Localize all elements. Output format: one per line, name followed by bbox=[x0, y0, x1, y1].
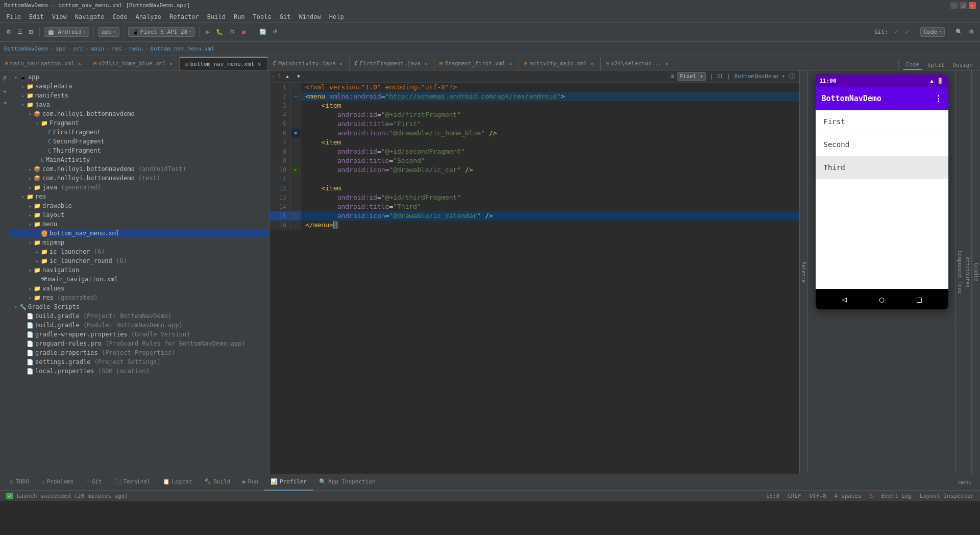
gradle-sidebar[interactable]: Gradle bbox=[972, 70, 980, 474]
tree-node-java[interactable]: ▾ 📁 java bbox=[10, 100, 269, 109]
tree-node-mainactivity[interactable]: C MainActivity bbox=[10, 155, 269, 164]
indent-indicator[interactable]: 4 spaces bbox=[832, 493, 864, 499]
close-btn[interactable]: ✕ bbox=[969, 2, 976, 9]
tree-node-sampledata[interactable]: ▸ 📁 sampledata bbox=[10, 82, 269, 91]
profile-btn[interactable]: ⏱ bbox=[227, 28, 237, 36]
bottom-tab-build[interactable]: 🔨 Build bbox=[198, 474, 236, 491]
info-btn[interactable]: ⓘ bbox=[787, 71, 797, 82]
tree-node-firstfragment[interactable]: C FirstFragment bbox=[10, 128, 269, 137]
menu-navigate[interactable]: Navigate bbox=[71, 12, 109, 21]
tree-node-res[interactable]: ▾ 📁 res bbox=[10, 192, 269, 201]
menu-refactor[interactable]: Refactor bbox=[165, 12, 203, 21]
tree-node-mipmap[interactable]: ▾ 📁 mipmap bbox=[10, 238, 269, 247]
build-variants-icon[interactable]: B bbox=[1, 99, 9, 107]
menu-help[interactable]: Help bbox=[325, 12, 348, 21]
menu-file[interactable]: File bbox=[2, 12, 25, 21]
preview-type-dropdown[interactable]: Pixel ▾ bbox=[677, 72, 705, 81]
app-module-dropdown[interactable]: app ▾ bbox=[98, 27, 119, 37]
phone-menu-second[interactable]: Second bbox=[816, 133, 948, 156]
tree-node-java-generated[interactable]: ▸ 📁 java (generated) bbox=[10, 183, 269, 192]
tree-node-app[interactable]: ▾ 📱 app bbox=[10, 72, 269, 82]
tab-main-navigation[interactable]: ⊞ main_navigation.xml ✕ bbox=[0, 57, 88, 70]
path-item-4[interactable]: main bbox=[91, 45, 105, 52]
git-checkmark2[interactable]: ✓ bbox=[903, 28, 912, 36]
event-log-btn[interactable]: Event Log bbox=[879, 493, 914, 499]
bottom-tab-logcat[interactable]: 📋 Logcat bbox=[157, 474, 199, 491]
menu-analyze[interactable]: Analyze bbox=[131, 12, 165, 21]
tree-node-build-gradle-module[interactable]: 📄 build.gradle (Module: BottomNavDemo.ap… bbox=[10, 321, 269, 330]
phone-menu-first[interactable]: First bbox=[816, 110, 948, 133]
bottom-tab-profiler[interactable]: 📊 Profiler bbox=[264, 474, 313, 491]
tree-node-package-androidtest[interactable]: ▸ 📦 com.holloyi.bottomnavdemo (androidTe… bbox=[10, 164, 269, 174]
code-view-btn[interactable]: Code bbox=[903, 60, 923, 70]
path-item-5[interactable]: res bbox=[112, 45, 122, 52]
tree-node-package-test[interactable]: ▸ 📦 com.holloyi.bottomnavdemo (test) bbox=[10, 174, 269, 183]
tab-main-activity[interactable]: C MainActivity.java ✕ bbox=[268, 57, 350, 70]
split-view-btn[interactable]: Split bbox=[924, 61, 947, 69]
tree-node-build-gradle-project[interactable]: 📄 build.gradle (Project: BottomNavDemo) bbox=[10, 311, 269, 321]
line-sep-indicator[interactable]: CRLF bbox=[786, 493, 803, 499]
tree-node-main-navigation[interactable]: 🗺 main_navigation.xml bbox=[10, 275, 269, 284]
tree-node-res-generated[interactable]: ▸ 📁 res (generated) bbox=[10, 293, 269, 302]
tab-activity-main[interactable]: ⊞ activity_main.xml ✕ bbox=[519, 57, 601, 70]
tree-node-ic-launcher-round[interactable]: ▸ 📁 ic_launcher_round (6) bbox=[10, 256, 269, 265]
path-item-1[interactable]: BottomNavDemo bbox=[4, 45, 48, 52]
project-sync-btn[interactable]: ⚙ bbox=[4, 28, 13, 36]
phone-back-btn[interactable]: ◁ bbox=[842, 295, 847, 304]
tab-fragment-first[interactable]: ⊞ fragment_first.xml ✕ bbox=[434, 57, 519, 70]
bottom-tab-problems[interactable]: ⚠ Problems bbox=[35, 474, 80, 491]
code-editor[interactable]: ⚠ 3 ▲ ▼ 🖥 Pixel ▾ | 31 | BottomNavDemo ▾… bbox=[270, 70, 799, 474]
error-indicator[interactable]: ⚠ 3 bbox=[272, 74, 281, 79]
sync-btn[interactable]: 🔄 bbox=[257, 28, 268, 36]
attributes-sidebar[interactable]: Attributes bbox=[964, 70, 972, 474]
line-col-indicator[interactable]: 16:8 bbox=[764, 493, 782, 499]
tree-node-package-main[interactable]: ▾ 📦 com.holloyi.bottomnavdemo bbox=[10, 109, 269, 118]
navigate-down-btn[interactable]: ▼ bbox=[294, 72, 303, 80]
align-btn[interactable]: ⊞ bbox=[27, 28, 35, 36]
git-checkmark1[interactable]: ✓ bbox=[892, 28, 901, 36]
tree-node-bottom-nav-menu[interactable]: 🍔 bottom_nav_menu.xml bbox=[10, 229, 269, 238]
menu-window[interactable]: Window bbox=[295, 12, 325, 21]
tree-node-settings-gradle[interactable]: 📄 settings.gradle (Project Settings) bbox=[10, 357, 269, 367]
debug-btn[interactable]: 🐛 bbox=[214, 28, 225, 36]
layout-inspector-btn[interactable]: Layout Inspector bbox=[918, 493, 976, 499]
menu-tools[interactable]: Tools bbox=[249, 12, 276, 21]
component-tree-sidebar[interactable]: Component Tree bbox=[955, 70, 964, 474]
design-view-btn[interactable]: Design bbox=[949, 61, 976, 69]
palette-sidebar[interactable]: Palette bbox=[799, 70, 807, 474]
tree-node-navigation[interactable]: ▾ 📁 navigation bbox=[10, 265, 269, 275]
refresh-btn[interactable]: ↺ bbox=[271, 28, 279, 36]
tab-bottom-nav-menu[interactable]: ⊞ bottom_nav_menu.xml ✕ bbox=[180, 57, 268, 70]
tree-node-fragment-folder[interactable]: ▾ 📁 Fragment bbox=[10, 118, 269, 128]
project-icon[interactable]: P bbox=[1, 75, 9, 83]
path-item-7[interactable]: bottom_nav_menu.xml bbox=[150, 45, 214, 52]
stop-btn[interactable]: ⏹ bbox=[239, 28, 249, 36]
bottom-tab-terminal[interactable]: ⬛ Terminal bbox=[108, 474, 157, 491]
tree-node-local-properties[interactable]: 📄 local.properties (SDK Location) bbox=[10, 367, 269, 376]
tab-v24-selector[interactable]: ⊞ v24\selector... ✕ bbox=[601, 57, 675, 70]
phone-home-btn[interactable]: ○ bbox=[879, 295, 885, 304]
phone-menu-third[interactable]: Third bbox=[816, 156, 948, 179]
path-item-3[interactable]: src bbox=[73, 45, 83, 52]
tree-node-gradle-properties[interactable]: 📄 gradle.properties (Project Properties) bbox=[10, 348, 269, 357]
menu-build[interactable]: Build bbox=[203, 12, 230, 21]
tab-first-fragment[interactable]: C FirstFragment.java ✕ bbox=[350, 57, 434, 70]
view-mode-dropdown[interactable]: Code ▾ bbox=[920, 27, 945, 37]
tree-node-drawable[interactable]: ▸ 📁 drawable bbox=[10, 201, 269, 210]
tree-node-secondfragment[interactable]: C SecondFragment bbox=[10, 137, 269, 146]
tree-node-gradle-wrapper[interactable]: 📄 gradle-wrapper.properties (Gradle Vers… bbox=[10, 330, 269, 339]
tree-node-proguard[interactable]: 📄 proguard-rules.pro (ProGuard Rules for… bbox=[10, 339, 269, 348]
phone-overflow-menu[interactable]: ⋮ bbox=[935, 94, 942, 103]
navigate-up-btn[interactable]: ▲ bbox=[283, 72, 292, 80]
tree-node-thirdfragment[interactable]: C ThirdFragment bbox=[10, 146, 269, 155]
tree-node-values[interactable]: ▸ 📁 values bbox=[10, 284, 269, 293]
tree-node-gradle-scripts[interactable]: ▾ 🔧 Gradle Scripts bbox=[10, 302, 269, 311]
minimize-btn[interactable]: – bbox=[950, 2, 958, 9]
maximize-btn[interactable]: □ bbox=[960, 2, 967, 9]
bottom-tab-git[interactable]: ⑂ Git bbox=[80, 474, 108, 491]
search-everywhere-btn[interactable]: 🔍 bbox=[953, 28, 965, 36]
settings-btn[interactable]: ⚙ bbox=[967, 28, 976, 36]
path-item-6[interactable]: menu bbox=[129, 45, 143, 52]
structure-btn[interactable]: ☰ bbox=[15, 28, 24, 36]
menu-view[interactable]: View bbox=[48, 12, 71, 21]
